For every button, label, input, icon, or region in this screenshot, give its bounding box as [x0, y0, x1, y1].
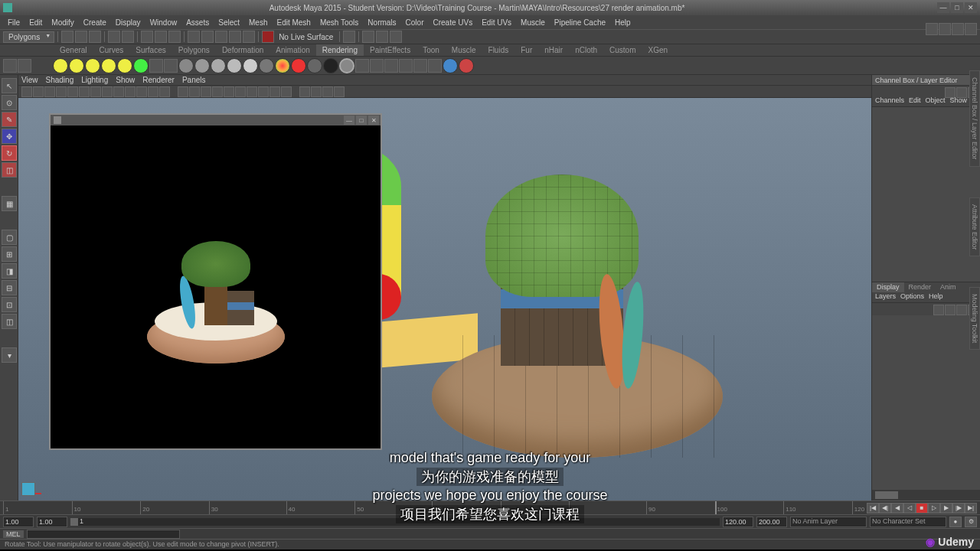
phong-e-icon[interactable] [243, 58, 258, 73]
hypershade-layout[interactable]: ⊡ [2, 297, 17, 312]
character-set-dropdown[interactable]: No Character Set [870, 517, 946, 527]
edit-menu[interactable]: Edit [909, 96, 921, 106]
motion-blur-icon[interactable] [258, 86, 269, 97]
volume-light-icon[interactable] [133, 58, 149, 73]
layout-icon-4[interactable] [965, 23, 977, 35]
side-tab-channel-box[interactable]: Channel Box / Layer Editor [969, 70, 980, 167]
multisample-icon[interactable] [334, 86, 345, 97]
range-slider-thumb[interactable] [70, 518, 78, 526]
step-forward-key-button[interactable]: |▶ [952, 503, 965, 514]
close-button[interactable]: ✕ [965, 2, 977, 13]
menu-edit-mesh[interactable]: Edit Mesh [272, 17, 315, 28]
anim-tab[interactable]: Anim [936, 282, 961, 292]
use-lights-icon[interactable] [224, 86, 234, 97]
render-frame-icon[interactable] [362, 31, 374, 43]
render-view-titlebar[interactable]: — □ ✕ [51, 115, 381, 126]
paint-select-icon[interactable] [168, 31, 181, 43]
layout-icon-1[interactable] [926, 23, 938, 35]
persp-uv-layout[interactable]: ◫ [2, 314, 17, 329]
menu-normals[interactable]: Normals [363, 17, 400, 28]
snap-live-icon[interactable] [243, 31, 255, 43]
panel-menu-view[interactable]: View [21, 76, 38, 84]
go-to-start-button[interactable]: |◀ [867, 503, 879, 514]
live-surface-icon[interactable] [262, 31, 274, 43]
menu-help[interactable]: Help [610, 17, 635, 28]
shelf-tab-curves[interactable]: Curves [93, 44, 130, 56]
persp-graph-layout[interactable]: ⊟ [2, 280, 17, 295]
wire-on-shade-icon[interactable] [201, 86, 211, 97]
script-lang-label[interactable]: MEL [3, 530, 24, 538]
film-gate-icon[interactable] [102, 86, 113, 97]
shelf-edit-icon[interactable] [18, 59, 31, 73]
surface-shader-icon[interactable] [291, 58, 306, 73]
ipr-icon[interactable] [370, 59, 384, 73]
create-empty-layer-icon[interactable] [956, 305, 967, 315]
menu-mesh[interactable]: Mesh [244, 17, 272, 28]
command-input[interactable] [27, 530, 180, 539]
prefs-button[interactable]: ⚙ [965, 517, 977, 527]
shelf-tab-animation[interactable]: Animation [270, 44, 315, 56]
menu-assets[interactable]: Assets [181, 17, 214, 28]
panel-menu-lighting[interactable]: Lighting [81, 76, 108, 84]
layered-shader-icon[interactable] [259, 58, 274, 73]
render-view-window[interactable]: — □ ✕ [49, 113, 382, 450]
minimize-button[interactable]: — [937, 2, 949, 13]
texture-ref-icon[interactable] [459, 58, 474, 73]
phong-icon[interactable] [227, 58, 242, 73]
more-layouts[interactable]: ▾ [2, 347, 17, 363]
layer-move-up-icon[interactable] [933, 305, 944, 315]
dof-icon[interactable] [322, 86, 333, 97]
select-tool[interactable]: ↖ [2, 78, 17, 93]
use-background-icon[interactable] [307, 58, 322, 73]
field-chart-icon[interactable] [136, 86, 147, 97]
shelf-tab-muscle[interactable]: Muscle [446, 44, 482, 56]
spot-light-icon[interactable] [101, 58, 116, 73]
options-menu[interactable]: Options [900, 292, 924, 302]
paint-tool[interactable]: ✎ [2, 112, 17, 127]
area-light-icon[interactable] [117, 58, 132, 73]
shelf-tab-rendering[interactable]: Rendering [316, 44, 364, 56]
ambient-light-icon[interactable] [53, 58, 68, 73]
go-to-end-button[interactable]: ▶| [965, 503, 977, 514]
batch-render-icon[interactable] [399, 59, 413, 73]
lasso-icon[interactable] [155, 31, 167, 43]
menu-modify[interactable]: Modify [47, 17, 78, 28]
3d-paint-icon[interactable] [443, 58, 458, 73]
anisotropic-icon[interactable] [178, 58, 194, 73]
layer-scrollbar[interactable] [872, 490, 980, 500]
channels-menu[interactable]: Channels [875, 96, 904, 106]
menu-pipeline-cache[interactable]: Pipeline Cache [550, 17, 610, 28]
auto-key-button[interactable]: ● [949, 517, 962, 527]
side-tab-attribute-editor[interactable]: Attribute Editor [969, 197, 980, 257]
expose-icon[interactable] [311, 86, 322, 97]
snap-point-icon[interactable] [215, 31, 227, 43]
menu-select[interactable]: Select [214, 17, 244, 28]
shelf-tab-toon[interactable]: Toon [416, 44, 446, 56]
lasso-tool[interactable]: ⊙ [2, 95, 17, 110]
redo-icon[interactable] [122, 31, 134, 43]
render-maximize-button[interactable]: □ [356, 116, 367, 125]
shelf-tab-general[interactable]: General [54, 44, 93, 56]
module-dropdown[interactable]: Polygons [3, 31, 54, 43]
shelf-tab-fur[interactable]: Fur [514, 44, 538, 56]
blinn-icon[interactable] [194, 58, 210, 73]
directional-light-icon[interactable] [69, 58, 84, 73]
hypershade-icon[interactable] [149, 59, 163, 73]
cancel-batch-icon[interactable] [413, 59, 427, 73]
isolate-icon[interactable] [270, 86, 280, 97]
xray-joints-icon[interactable] [299, 86, 310, 97]
playback-end-input[interactable] [723, 517, 753, 527]
layout-icon-3[interactable] [952, 23, 964, 35]
menu-edit-uvs[interactable]: Edit UVs [477, 17, 516, 28]
shading-map-icon[interactable] [323, 58, 338, 73]
render-settings-icon[interactable] [390, 31, 402, 43]
render-close-button[interactable]: ✕ [368, 116, 379, 125]
grease-pencil-icon[interactable] [79, 86, 90, 97]
shelf-tab-painteffects[interactable]: PaintEffects [364, 44, 416, 56]
panel-menu-shading[interactable]: Shading [46, 76, 74, 84]
render-view-icon[interactable] [164, 59, 178, 73]
step-back-key-button[interactable]: ◀| [879, 503, 891, 514]
undo-icon[interactable] [108, 31, 120, 43]
move-tool[interactable]: ✥ [2, 129, 17, 144]
play-forwards-button[interactable]: ▷ [928, 503, 940, 514]
